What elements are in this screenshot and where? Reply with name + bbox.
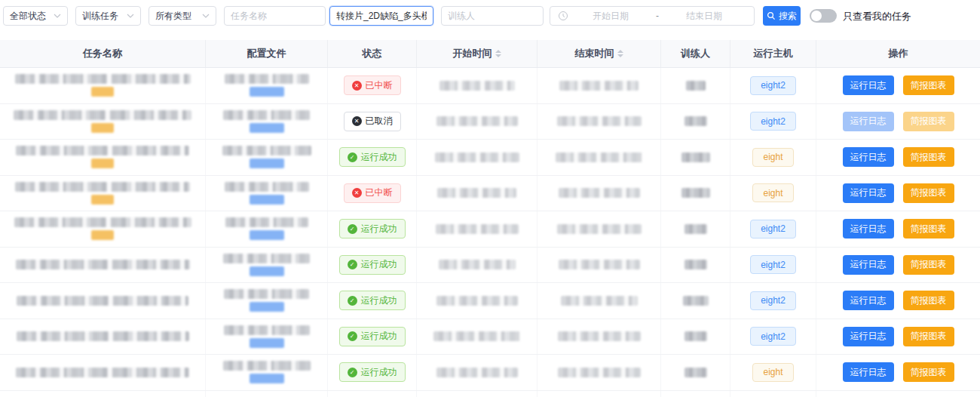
- category-select-value: 所有类型: [155, 10, 191, 23]
- start-date-placeholder[interactable]: 开始日期: [568, 10, 653, 23]
- column-header-label: 训练人: [681, 47, 710, 60]
- run-log-button[interactable]: 运行日志: [843, 362, 894, 382]
- status-icon: ✓: [348, 331, 357, 341]
- sort-icon[interactable]: [617, 50, 623, 57]
- cell-actions: 运行日志 简报图表: [816, 355, 980, 390]
- cell-end-time: [537, 211, 661, 247]
- cell-config-file: [206, 355, 328, 390]
- report-chart-button[interactable]: 简报图表: [903, 255, 954, 275]
- cell-status: ✕ 已中断: [328, 176, 417, 211]
- redacted-start-time: [436, 296, 518, 306]
- redacted-start-time: [436, 368, 518, 377]
- run-log-button[interactable]: 运行日志: [843, 112, 894, 131]
- report-chart-button[interactable]: 简报图表: [903, 112, 954, 131]
- cell-actions: 运行日志 简报图表: [816, 319, 980, 355]
- table-row: ✓ 运行成功 eight 运行日志 简报图表: [0, 355, 980, 391]
- redacted-config-link[interactable]: [250, 230, 284, 240]
- status-badge: ✕ 已取消: [344, 112, 401, 131]
- sort-icon[interactable]: [495, 50, 501, 57]
- cell-status: ✕ 已取消: [328, 104, 417, 140]
- cell-status: ✓ 运行成功: [328, 283, 417, 319]
- status-label: 已中断: [366, 186, 393, 199]
- cell-config-file: [206, 68, 328, 103]
- run-log-button[interactable]: 运行日志: [843, 147, 894, 167]
- cell-host: eight2: [730, 211, 816, 247]
- report-chart-button[interactable]: 简报图表: [903, 75, 954, 95]
- run-log-button[interactable]: 运行日志: [843, 219, 894, 239]
- cell-start-time: [417, 68, 537, 103]
- report-chart-button[interactable]: 简报图表: [903, 362, 954, 382]
- redacted-config-link[interactable]: [250, 266, 284, 276]
- column-header-trainer: 训练人: [661, 40, 730, 67]
- report-chart-button[interactable]: 简报图表: [903, 147, 954, 167]
- cell-host: eight: [730, 355, 816, 390]
- cell-status: ✓ 运行成功: [328, 355, 417, 390]
- table-body: ✕ 已中断 eight2 运行日志 简报图表: [0, 68, 980, 397]
- redacted-task-name: [16, 146, 189, 155]
- column-header-label: 配置文件: [247, 47, 286, 60]
- redacted-config-link[interactable]: [250, 158, 284, 168]
- run-log-button[interactable]: 运行日志: [843, 291, 894, 310]
- status-badge: ✓ 运行成功: [339, 327, 406, 346]
- cell-trainer: [661, 140, 730, 175]
- redacted-task-name: [17, 331, 189, 341]
- cell-actions: [816, 391, 980, 397]
- status-icon: ✕: [352, 116, 362, 126]
- redacted-config-link[interactable]: [250, 87, 284, 97]
- redacted-config-link[interactable]: [250, 195, 284, 205]
- search-icon: [767, 11, 776, 20]
- table-row: ✓ 运行成功 eight2 运行日志 简报图表: [0, 211, 980, 248]
- table-row: ✓ 运行成功 eight2 运行日志 简报图表: [0, 283, 980, 319]
- host-badge: eight2: [750, 112, 796, 131]
- column-header-label: 状态: [363, 47, 382, 60]
- run-log-button[interactable]: 运行日志: [843, 75, 894, 95]
- redacted-config-link[interactable]: [250, 374, 284, 383]
- redacted-end-time: [559, 81, 639, 91]
- report-chart-button[interactable]: 简报图表: [903, 327, 954, 346]
- host-badge: eight2: [750, 220, 796, 239]
- status-badge: ✓ 运行成功: [339, 219, 406, 239]
- status-label: 运行成功: [361, 223, 397, 235]
- status-select[interactable]: 全部状态: [3, 6, 68, 26]
- my-tasks-toggle[interactable]: [810, 9, 837, 23]
- status-label: 已取消: [366, 115, 393, 128]
- host-badge: eight2: [750, 255, 796, 274]
- trainer-input[interactable]: [441, 6, 544, 26]
- report-chart-button[interactable]: 简报图表: [903, 219, 954, 239]
- task-name-input[interactable]: [224, 6, 326, 26]
- status-label: 运行成功: [361, 294, 397, 307]
- cell-config-file: [206, 248, 328, 283]
- cell-start-time: [417, 176, 537, 211]
- run-log-button[interactable]: 运行日志: [843, 255, 894, 275]
- cell-task-name: [0, 211, 206, 247]
- redacted-config-link[interactable]: [250, 302, 284, 312]
- cell-task-name: [0, 319, 206, 355]
- cell-trainer: [661, 319, 730, 355]
- host-badge: eight2: [750, 76, 796, 95]
- report-chart-button[interactable]: 简报图表: [903, 183, 954, 203]
- cell-trainer: [661, 68, 730, 103]
- run-log-button[interactable]: 运行日志: [843, 183, 894, 203]
- report-chart-button[interactable]: 简报图表: [903, 291, 954, 310]
- chevron-down-icon: [127, 14, 134, 18]
- cell-host: eight2: [730, 68, 816, 103]
- cell-start-time: [417, 140, 537, 175]
- search-button[interactable]: 搜索: [763, 6, 801, 26]
- redacted-trainer: [684, 260, 707, 269]
- run-log-button[interactable]: 运行日志: [843, 327, 894, 346]
- filter-bar: 全部状态 训练任务 所有类型 开始日期 - 结束日期: [0, 0, 980, 40]
- cell-end-time: [537, 140, 661, 175]
- redacted-config-link[interactable]: [250, 123, 284, 133]
- redacted-config-link[interactable]: [250, 338, 284, 348]
- cell-trainer: [661, 176, 730, 211]
- date-range-picker[interactable]: 开始日期 - 结束日期: [550, 6, 755, 26]
- clock-icon: [558, 11, 568, 21]
- status-icon: ✕: [352, 188, 362, 198]
- cell-config-file: [206, 283, 328, 319]
- category-select[interactable]: 所有类型: [149, 6, 216, 26]
- host-badge: eight2: [750, 291, 796, 310]
- end-date-placeholder[interactable]: 结束日期: [662, 10, 746, 23]
- model-search-input[interactable]: [329, 6, 433, 26]
- task-type-select[interactable]: 训练任务: [75, 6, 141, 26]
- redacted-end-time: [558, 331, 641, 341]
